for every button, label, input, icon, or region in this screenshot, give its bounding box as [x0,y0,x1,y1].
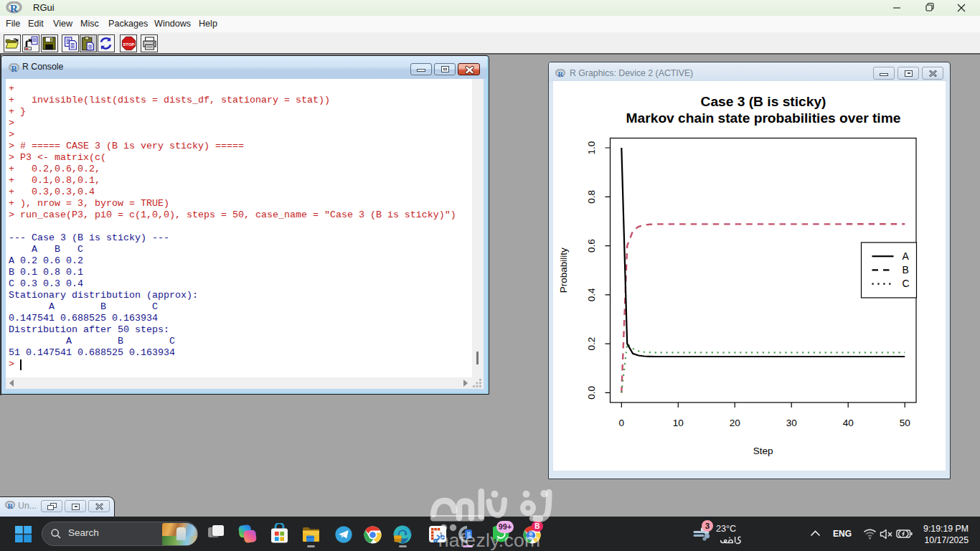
svg-text:0.8: 0.8 [586,190,597,204]
svg-text:A: A [903,250,910,262]
svg-text:nafezly.com: nafezly.com [438,529,541,551]
svg-text:50: 50 [900,418,910,428]
svg-text:B: B [903,264,909,276]
svg-text:30: 30 [786,418,797,428]
svg-text:0: 0 [619,418,625,428]
svg-text:R: R [557,70,563,78]
svg-text:R: R [7,501,13,510]
svg-text:Probability: Probability [558,248,569,293]
svg-text:0.6: 0.6 [586,239,597,253]
svg-text:0.0: 0.0 [586,386,597,400]
svg-text:10: 10 [673,418,684,428]
svg-text:20: 20 [730,418,740,428]
svg-text:STOP: STOP [123,42,134,46]
svg-text:R: R [10,3,18,14]
svg-text:Step: Step [753,446,773,456]
svg-text:R: R [11,65,18,73]
svg-text:C: C [903,278,910,289]
svg-text:40: 40 [843,418,854,428]
svg-text:0.2: 0.2 [586,337,597,351]
svg-text:0.4: 0.4 [586,288,597,301]
svg-text:1.0: 1.0 [586,141,597,155]
